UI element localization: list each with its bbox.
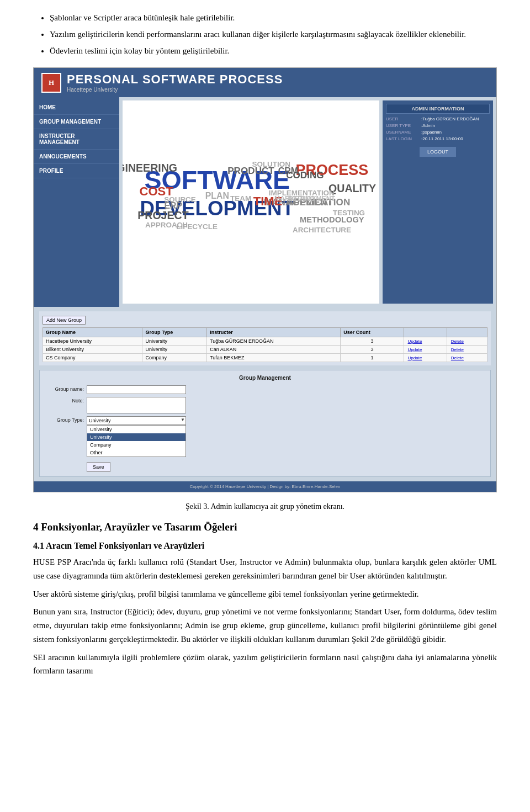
admin-row-label: USER — [386, 116, 419, 121]
psp-logo-icon: H — [41, 73, 61, 93]
table-header-row: Group NameGroup TypeInstructerUser Count — [43, 328, 487, 337]
wordcloud-word: QUALITY — [328, 182, 376, 194]
table-header-cell — [447, 328, 487, 337]
sidebar-item-profile[interactable]: PROFILE — [34, 164, 119, 178]
admin-panel: ADMIN INFORMATION USER:Tuğba GÜRGEN ERDO… — [383, 100, 493, 304]
admin-panel-title: ADMIN INFORMATION — [386, 104, 490, 114]
wordcloud-word: PROJECT — [137, 209, 188, 221]
wordcloud-word: ARCHITECTURE — [293, 226, 351, 234]
table-cell-type: Company — [142, 354, 207, 362]
table-row: Hacettepe University University Tuğba GÜ… — [43, 337, 487, 346]
bullet-item: Şablonlar ve Scriptler araca bütünleşik … — [50, 11, 497, 24]
group-management-form: Group Management Group name: Note: Group… — [39, 370, 491, 477]
form-row-note: Note: — [45, 397, 485, 413]
psp-header: H PERSONAL SOFTWARE PROCESS Hacettepe Un… — [34, 68, 496, 97]
dropdown-option-university[interactable]: University — [87, 426, 186, 433]
form-label-grouptype: Group Type: — [45, 416, 84, 423]
table-header-cell: Group Type — [142, 328, 207, 337]
table-cell-delete[interactable]: Delete — [447, 354, 487, 362]
form-row-grouptype: Group Type: University Company Other ▼ U… — [45, 416, 485, 457]
table-cell-update[interactable]: Update — [404, 337, 447, 346]
admin-row-value: :Tuğba GÜRGEN ERDOĞAN — [421, 116, 479, 121]
dropdown-option-university-selected[interactable]: University — [87, 433, 186, 441]
table-cell-name: Hacettepe University — [43, 337, 142, 346]
wordcloud-word: PLAN — [205, 191, 229, 200]
select-display[interactable]: University Company Other ▼ — [87, 416, 186, 425]
table-row: Bilkent University University Can ALKAN … — [43, 346, 487, 354]
group-type-select[interactable]: University Company Other — [87, 416, 186, 425]
table-cell-count: 3 — [341, 337, 404, 346]
bullet-item: Ödevlerin teslimi için kolay bir yöntem … — [50, 44, 497, 57]
dropdown-option-other[interactable]: Other — [87, 449, 186, 457]
sidebar-item-group-management[interactable]: GROUP MANAGEMENT — [34, 115, 119, 129]
admin-info-row: LAST LOGIN:20.11.2011 13:00:00 — [386, 136, 490, 141]
table-cell-count: 3 — [341, 346, 404, 354]
wordcloud-word: CRM — [278, 166, 298, 176]
update-link[interactable]: Update — [408, 355, 422, 360]
table-header-cell: Instructer — [207, 328, 341, 337]
admin-info-row: USERNAME:pspadmin — [386, 130, 490, 135]
bullet-item: Yazılım geliştiricilerin kendi performan… — [50, 28, 497, 41]
paragraph-2: User aktörü sisteme giriş/çıkış, profil … — [33, 587, 497, 601]
add-new-group-button[interactable]: Add New Group — [43, 316, 86, 325]
sidebar-item-annoucements[interactable]: ANNOUCEMENTS — [34, 150, 119, 164]
paragraph-1: HUSE PSP Aracı'nda üç farklı kullanıcı r… — [33, 555, 497, 583]
table-cell-name: Bilkent University — [43, 346, 142, 354]
table-body: Hacettepe University University Tuğba GÜ… — [43, 337, 487, 362]
table-cell-name: CS Company — [43, 354, 142, 362]
table-cell-instructor: Tufan BEKMEZ — [207, 354, 341, 362]
wordcloud-word: ENGINEERING — [123, 162, 177, 174]
delete-link[interactable]: Delete — [451, 347, 464, 352]
admin-row-value: :Admin — [421, 123, 435, 128]
table-cell-update[interactable]: Update — [404, 346, 447, 354]
table-header-cell: User Count — [341, 328, 404, 337]
table-cell-delete[interactable]: Delete — [447, 346, 487, 354]
table-section: Add New Group Group NameGroup TypeInstru… — [39, 311, 491, 365]
admin-row-label: USER TYPE — [386, 123, 419, 128]
table-cell-update[interactable]: Update — [404, 354, 447, 362]
group-name-input[interactable] — [87, 385, 186, 394]
table-cell-delete[interactable]: Delete — [447, 337, 487, 346]
app-footer: Copyright © 2014 Hacettepe University | … — [34, 481, 496, 492]
wordcloud-word: PRODUCT — [227, 165, 274, 176]
sidebar: HOMEGROUP MANAGEMENTINSTRUCTER MANAGEMEN… — [34, 97, 119, 307]
form-row-groupname: Group name: — [45, 385, 485, 394]
form-title: Group Management — [45, 375, 485, 381]
admin-info-row: USER TYPE:Admin — [386, 123, 490, 128]
table-cell-instructor: Tuğba GÜRGEN ERDOĞAN — [207, 337, 341, 346]
wordcloud-word: TEAM — [230, 194, 251, 203]
screenshot-container: H PERSONAL SOFTWARE PROCESS Hacettepe Un… — [33, 67, 497, 492]
table-header-cell: Group Name — [43, 328, 142, 337]
delete-link[interactable]: Delete — [451, 339, 464, 344]
table-header-cell — [404, 328, 447, 337]
note-input[interactable] — [87, 397, 186, 413]
logout-button[interactable]: LOGOUT — [420, 147, 456, 157]
sidebar-item-instructer-management[interactable]: INSTRUCTER MANAGEMENT — [34, 129, 119, 150]
sidebar-item-home[interactable]: HOME — [34, 100, 119, 115]
dropdown-option-company[interactable]: Company — [87, 441, 186, 449]
paragraph-4: SEI aracının kullanımıyla ilgili problem… — [33, 651, 497, 678]
admin-row-value: :20.11.2011 13:00:00 — [421, 136, 463, 141]
admin-info-row: USER:Tuğba GÜRGEN ERDOĞAN — [386, 116, 490, 121]
figure-caption: Şekil 3. Admin kullanıcıya ait grup yöne… — [33, 502, 497, 511]
wordcloud-word: APPROACH — [145, 221, 188, 230]
update-link[interactable]: Update — [408, 339, 422, 344]
delete-link[interactable]: Delete — [451, 355, 464, 360]
group-type-select-wrapper: University Company Other ▼ University Un… — [87, 416, 186, 457]
intro-bullet-list: Şablonlar ve Scriptler araca bütünleşik … — [50, 11, 497, 57]
dropdown-open: University University Company Other — [87, 425, 186, 457]
psp-app-title: PERSONAL SOFTWARE PROCESS — [67, 72, 283, 87]
admin-row-label: LAST LOGIN — [386, 136, 419, 141]
save-button[interactable]: Save — [87, 462, 110, 472]
psp-app-subtitle: Hacettepe University — [67, 87, 283, 93]
psp-title-block: PERSONAL SOFTWARE PROCESS Hacettepe Univ… — [67, 72, 283, 93]
form-label-note: Note: — [45, 397, 84, 404]
app-body: HOMEGROUP MANAGEMENTINSTRUCTER MANAGEMEN… — [34, 97, 496, 307]
wordcloud-word: DEPLOYMENT — [288, 195, 335, 203]
wordcloud-word: SOURCE — [164, 195, 196, 204]
update-link[interactable]: Update — [408, 347, 422, 352]
main-content: Add New Group Group NameGroup TypeInstru… — [34, 307, 496, 481]
table-cell-instructor: Can ALKAN — [207, 346, 341, 354]
admin-row-label: USERNAME — [386, 130, 419, 135]
section41-heading: 4.1 Aracın Temel Fonksiyonları ve Arayüz… — [33, 541, 497, 551]
